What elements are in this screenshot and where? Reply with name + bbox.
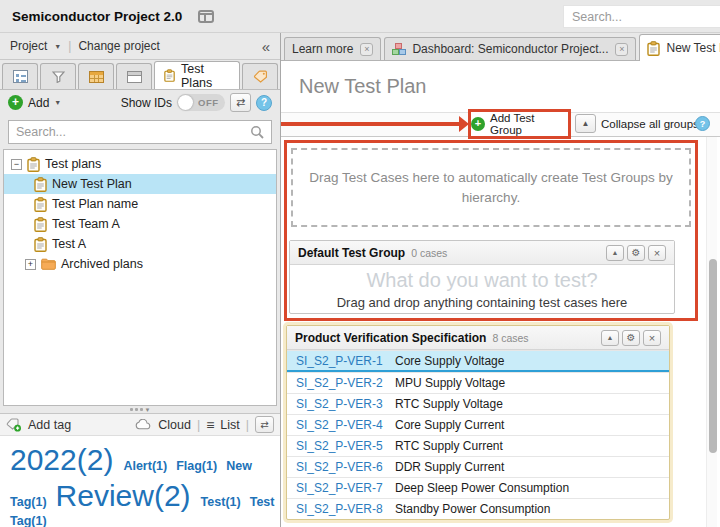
tag-link[interactable]: Test(1) bbox=[201, 495, 241, 509]
tag-link[interactable]: Flag(1) bbox=[176, 459, 217, 473]
test-case-row[interactable]: SI_S2_P-VER-3 RTC Supply Voltage bbox=[287, 393, 669, 414]
clipboard-icon bbox=[34, 197, 47, 212]
test-case-id-link[interactable]: SI_S2_P-VER-5 bbox=[287, 439, 395, 453]
test-case-id-link[interactable]: SI_S2_P-VER-8 bbox=[287, 502, 395, 516]
test-case-row[interactable]: SI_S2_P-VER-1 Core Supply Voltage bbox=[287, 350, 669, 372]
test-case-row[interactable]: SI_S2_P-VER-6 DDR Supply Current bbox=[287, 456, 669, 477]
list-view-button[interactable]: List bbox=[220, 418, 239, 432]
default-group-dropzone[interactable]: What do you want to test? Drag and drop … bbox=[290, 265, 674, 314]
cloud-icon bbox=[135, 419, 152, 430]
close-icon[interactable]: × bbox=[615, 43, 628, 56]
board-icon[interactable] bbox=[198, 10, 214, 23]
tab-learn-more[interactable]: Learn more × bbox=[284, 37, 381, 60]
product-group-header: Product Verification Specification 8 cas… bbox=[287, 326, 669, 350]
add-tag-button[interactable]: Add tag bbox=[28, 418, 71, 432]
project-menu[interactable]: Project bbox=[10, 39, 47, 53]
help-icon[interactable]: ? bbox=[695, 116, 710, 131]
test-case-id-link[interactable]: SI_S2_P-VER-7 bbox=[287, 481, 395, 495]
tab-table[interactable] bbox=[78, 63, 114, 89]
test-case-name: Core Supply Voltage bbox=[395, 354, 504, 368]
product-group-title: Product Verification Specification bbox=[295, 331, 486, 345]
close-icon[interactable]: × bbox=[360, 43, 373, 56]
cloud-view-button[interactable]: Cloud bbox=[158, 418, 191, 432]
test-case-row[interactable]: SI_S2_P-VER-2 MPU Supply Voltage bbox=[287, 372, 669, 393]
sidebar-tab-strip: Test Plans bbox=[0, 60, 280, 90]
list-icon: ≡ bbox=[206, 417, 214, 433]
annotation-highlight-box: Drag Test Cases here to automatically cr… bbox=[284, 140, 698, 321]
tab-test-plans[interactable]: Test Plans bbox=[154, 61, 240, 89]
add-test-group-button[interactable]: + Add Test Group bbox=[468, 109, 571, 139]
test-case-dropzone[interactable]: Drag Test Cases here to automatically cr… bbox=[291, 148, 691, 227]
tab-filter[interactable] bbox=[40, 63, 76, 89]
gear-icon[interactable]: ⚙ bbox=[627, 245, 645, 261]
test-case-row[interactable]: SI_S2_P-VER-7 Deep Sleep Power Consumpti… bbox=[287, 477, 669, 498]
tab-new-test-plan[interactable]: New Test Plan × bbox=[639, 34, 720, 61]
dashboard-icon bbox=[392, 43, 406, 56]
show-ids-label: Show IDs bbox=[121, 96, 172, 110]
test-case-row[interactable]: SI_S2_P-VER-8 Standby Power Consumption bbox=[287, 498, 669, 519]
tab-label: Learn more bbox=[292, 42, 353, 56]
tags-toolbar: Add tag Cloud | ≡ List | ⇄ bbox=[0, 413, 280, 436]
collapse-all-label: Collapse all groups bbox=[601, 118, 699, 130]
test-case-row[interactable]: SI_S2_P-VER-4 Core Supply Current bbox=[287, 414, 669, 435]
tag-link[interactable]: Alert(1) bbox=[123, 459, 167, 473]
collapse-all-button[interactable]: ▲ bbox=[575, 114, 596, 133]
tree-item-new-test-plan[interactable]: New Test Plan bbox=[4, 174, 276, 194]
close-icon[interactable]: × bbox=[648, 245, 666, 261]
tab-tags[interactable] bbox=[242, 63, 278, 89]
default-test-group-panel: Default Test Group 0 cases ▲ ⚙ × What do… bbox=[289, 240, 675, 314]
collapse-group-button[interactable]: ▲ bbox=[606, 245, 624, 261]
close-icon[interactable]: × bbox=[643, 330, 661, 346]
show-ids-toggle[interactable]: OFF bbox=[177, 94, 225, 111]
tag-link[interactable]: 2022(2) bbox=[10, 443, 113, 476]
tree-root-test-plans[interactable]: − Test plans bbox=[4, 154, 276, 174]
scrollbar-thumb[interactable] bbox=[709, 259, 717, 453]
tree-item-label: Test A bbox=[52, 237, 86, 251]
panel-splitter[interactable]: ▼ bbox=[0, 406, 280, 413]
tree-item-test-plan-name[interactable]: Test Plan name bbox=[4, 194, 276, 214]
annotation-arrow bbox=[281, 122, 460, 126]
test-case-name: DDR Supply Current bbox=[395, 460, 504, 474]
tree-search-input[interactable] bbox=[16, 125, 250, 139]
vertical-scrollbar[interactable] bbox=[706, 137, 717, 527]
plan-content: New Test Plan + Add Test Group ▲ Collaps… bbox=[281, 61, 720, 527]
search-icon bbox=[250, 125, 264, 139]
test-case-id-link[interactable]: SI_S2_P-VER-2 bbox=[287, 376, 395, 390]
default-group-title: Default Test Group bbox=[298, 246, 405, 260]
tab-dashboard[interactable]: Dashboard: Semiconductor Project... × bbox=[384, 37, 636, 60]
tag-cloud: 2022(2)Alert(1)Flag(1)New Tag(1)Review(2… bbox=[0, 436, 280, 527]
app-title: Semiconductor Project 2.0 bbox=[12, 9, 182, 24]
add-button[interactable]: Add bbox=[28, 96, 49, 110]
help-icon[interactable]: ? bbox=[256, 95, 272, 111]
tag-link[interactable]: Review(2) bbox=[56, 479, 191, 512]
document-tab-bar: Learn more × Dashboard: Semiconductor Pr… bbox=[281, 33, 720, 61]
refresh-tags-button[interactable]: ⇄ bbox=[255, 416, 274, 433]
tree-item-archived-plans[interactable]: + Archived plans bbox=[4, 254, 276, 274]
group-name-placeholder: What do you want to test? bbox=[366, 269, 597, 292]
test-case-id-link[interactable]: SI_S2_P-VER-4 bbox=[287, 418, 395, 432]
default-group-case-count: 0 cases bbox=[411, 247, 447, 259]
test-case-row[interactable]: SI_S2_P-VER-5 RTC Supply Current bbox=[287, 435, 669, 456]
collapse-sidebar-icon[interactable]: « bbox=[262, 38, 270, 55]
test-case-id-link[interactable]: SI_S2_P-VER-1 bbox=[287, 354, 395, 368]
change-project-link[interactable]: Change project bbox=[78, 39, 159, 53]
chevron-down-icon[interactable]: ▼ bbox=[54, 99, 61, 106]
refresh-button[interactable]: ⇄ bbox=[230, 93, 251, 112]
group-drop-hint: Drag and drop anything containing test c… bbox=[337, 295, 628, 310]
gear-icon[interactable]: ⚙ bbox=[622, 330, 640, 346]
folder-icon bbox=[41, 258, 56, 270]
global-search-input[interactable] bbox=[563, 5, 720, 28]
expand-expander-icon[interactable]: + bbox=[25, 259, 36, 270]
test-case-id-link[interactable]: SI_S2_P-VER-3 bbox=[287, 397, 395, 411]
collapse-expander-icon[interactable]: − bbox=[11, 159, 22, 170]
collapse-group-button[interactable]: ▲ bbox=[601, 330, 619, 346]
filter-icon bbox=[52, 71, 65, 83]
test-case-name: Deep Sleep Power Consumption bbox=[395, 481, 569, 495]
tab-window[interactable] bbox=[116, 63, 152, 89]
tree-item-test-a[interactable]: Test A bbox=[4, 234, 276, 254]
tree-item-test-team-a[interactable]: Test Team A bbox=[4, 214, 276, 234]
add-plus-icon: + bbox=[8, 95, 23, 110]
test-case-id-link[interactable]: SI_S2_P-VER-6 bbox=[287, 460, 395, 474]
clipboard-icon bbox=[27, 157, 40, 172]
tab-outline[interactable] bbox=[2, 63, 38, 89]
